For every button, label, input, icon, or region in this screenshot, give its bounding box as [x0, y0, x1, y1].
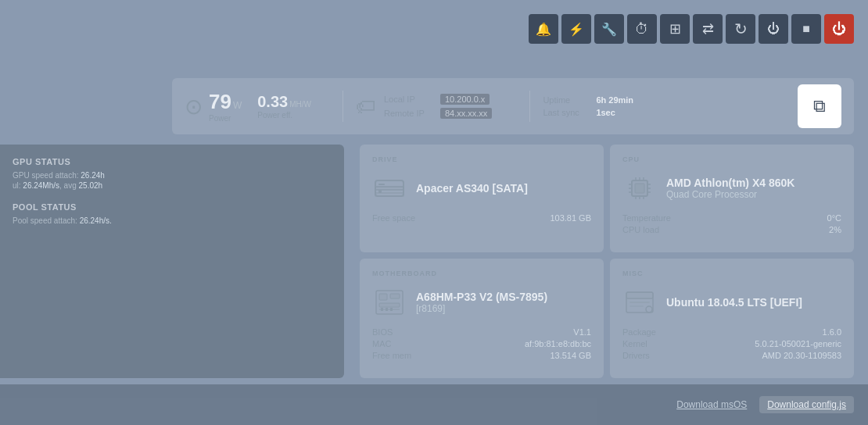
clipboard-button[interactable]: ⧉	[798, 84, 841, 128]
clock-icon: ⏱	[635, 21, 649, 38]
schedule-button[interactable]: ⏱	[627, 14, 657, 44]
drive-rows: Free space 103.81 GB	[372, 213, 591, 223]
drive-icon	[372, 171, 407, 205]
motherboard-title: A68HM-P33 V2 (MS-7895)	[416, 291, 547, 303]
freemem-row: Free mem 13.514 GB	[372, 351, 591, 360]
clipboard-icon: ⧉	[813, 96, 826, 116]
toolbar: 🔔 ⚡ 🔧 ⏱ ⊞ ⇄ ↻ ⏻ ■ ⏻	[529, 14, 854, 44]
settings-button[interactable]: 🔧	[594, 14, 624, 44]
misc-card: MISC Ubuntu 18.04.5 LTS [UEFI] Package 1…	[610, 259, 854, 378]
bell-icon: 🔔	[536, 22, 551, 37]
remote-ip-value: 84.xx.xx.xx	[440, 108, 492, 119]
motherboard-icon	[372, 285, 407, 320]
divider-1	[343, 91, 343, 122]
power-unit: W	[233, 100, 242, 111]
status-bar: ⊙ 79 W Power 0.33 MH/W Power eff. 🏷 Loca…	[172, 78, 854, 134]
mac-label: MAC	[372, 339, 391, 348]
refresh-icon: ↻	[734, 20, 748, 38]
mac-row: MAC af:9b:81:e8:db:bc	[372, 339, 591, 348]
network-icon: 🏷	[356, 95, 376, 119]
svg-rect-21	[379, 294, 387, 300]
bios-row: BIOS V1.1	[372, 327, 591, 337]
svg-rect-29	[626, 292, 653, 298]
cpu-temp-label: Temperature	[622, 213, 671, 223]
motherboard-card-header: A68HM-P33 V2 (MS-7895) [r8169]	[372, 285, 591, 320]
last-sync-label: Last sync	[543, 108, 590, 117]
download-msos-link[interactable]: Download msOS	[676, 399, 747, 410]
stop-button[interactable]: ■	[791, 14, 821, 44]
download-config-link[interactable]: Download config.js	[759, 396, 854, 413]
bios-value: V1.1	[573, 327, 591, 337]
freemem-label: Free mem	[372, 351, 411, 360]
cpu-title2: Quad Core Processor	[666, 189, 794, 200]
power-gauge-icon: ⊙	[185, 94, 203, 120]
svg-rect-25	[381, 308, 383, 311]
kernel-row: Kernel 5.0.21-050021-generic	[622, 339, 841, 348]
transfer-button[interactable]: ⇄	[693, 14, 723, 44]
kernel-value: 5.0.21-050021-generic	[755, 339, 841, 348]
drive-freespace-value: 103.81 GB	[550, 213, 591, 223]
svg-rect-32	[629, 305, 644, 307]
cpu-load-label: CPU load	[622, 225, 659, 234]
svg-rect-31	[629, 302, 650, 303]
motherboard-card: MOTHERBOARD A68HM-P33 V2 (MS-7895) [r816…	[360, 259, 604, 378]
cpu-rows: Temperature 0°C CPU load 2%	[622, 213, 841, 234]
bios-label: BIOS	[372, 327, 393, 337]
uptime-info: Uptime 6h 29min Last sync 1sec	[543, 95, 633, 117]
drive-freespace-row: Free space 103.81 GB	[372, 213, 591, 223]
svg-rect-7	[635, 184, 644, 193]
grid-icon: ⊞	[669, 20, 681, 38]
package-row: Package 1.6.0	[622, 327, 841, 337]
drive-card: DRIVE Apacer AS340 [SATA] Free space 103…	[360, 145, 604, 252]
cpu-temp-row: Temperature 0°C	[622, 213, 841, 223]
drive-section-label: DRIVE	[372, 155, 591, 163]
wrench-icon: 🔧	[601, 22, 617, 37]
bottom-bar: Download msOS Download config.js	[0, 384, 868, 425]
package-value: 1.6.0	[823, 327, 841, 337]
bell-button[interactable]: 🔔	[529, 14, 558, 44]
pool-status-block: Pool Status Pool speed attach: 26.24h/s.	[13, 202, 332, 225]
pool-status-title: Pool Status	[13, 202, 332, 212]
last-sync-value: 1sec	[596, 108, 615, 117]
motherboard-rows: BIOS V1.1 MAC af:9b:81:e8:db:bc Free mem…	[372, 327, 591, 360]
ip-info: Local IP 10.200.0.x Remote IP 84.xx.xx.x…	[384, 94, 492, 119]
uptime-value: 6h 29min	[596, 95, 633, 105]
power-value: 79	[209, 90, 231, 114]
power-label: Power	[209, 114, 242, 123]
gpu-status-title: GPU Status	[13, 157, 332, 166]
drive-freespace-label: Free space	[372, 213, 415, 223]
package-label: Package	[622, 327, 656, 337]
drivers-value: AMD 20.30-1109583	[762, 351, 841, 360]
activity-icon: ⚡	[569, 22, 584, 37]
cpu-load-value: 2%	[829, 225, 841, 234]
activity-button[interactable]: ⚡	[561, 14, 591, 44]
cpu-title: AMD Athlon(tm) X4 860K	[666, 177, 794, 189]
misc-card-header: Ubuntu 18.04.5 LTS [UEFI]	[622, 285, 841, 320]
gpu-status-row-2: ul: 26.24Mh/s, avg 25.02h	[13, 181, 332, 190]
svg-rect-2	[378, 190, 382, 193]
reboot-icon: ⏻	[767, 22, 780, 36]
power-small-button[interactable]: ⏻	[759, 14, 788, 44]
kernel-label: Kernel	[622, 339, 647, 348]
stop-icon: ■	[802, 22, 810, 36]
grid-button[interactable]: ⊞	[660, 14, 690, 44]
efficiency-value: 0.33	[257, 93, 288, 111]
gpu-status-row-1: GPU speed attach: 26.24h	[13, 171, 332, 180]
left-panel: GPU Status GPU speed attach: 26.24h ul: …	[0, 145, 344, 378]
main-content: DRIVE Apacer AS340 [SATA] Free space 103…	[360, 145, 854, 378]
freemem-value: 13.514 GB	[550, 351, 591, 360]
motherboard-title2: [r8169]	[416, 303, 547, 314]
refresh-button[interactable]: ↻	[726, 14, 755, 44]
local-ip-value: 10.200.0.x	[440, 94, 490, 105]
motherboard-section-label: MOTHERBOARD	[372, 270, 591, 277]
pool-status-row-1: Pool speed attach: 26.24h/s.	[13, 216, 332, 225]
remote-ip-label: Remote IP	[384, 109, 434, 118]
cpu-load-row: CPU load 2%	[622, 225, 841, 234]
power-button[interactable]: ⏻	[824, 14, 854, 44]
misc-title: Ubuntu 18.04.5 LTS [UEFI]	[666, 296, 802, 309]
efficiency-unit: MH/W	[289, 100, 311, 109]
drivers-label: Drivers	[622, 351, 650, 360]
misc-section-label: MISC	[622, 270, 841, 277]
mac-value: af:9b:81:e8:db:bc	[525, 339, 591, 348]
cpu-section-label: CPU	[622, 155, 841, 163]
